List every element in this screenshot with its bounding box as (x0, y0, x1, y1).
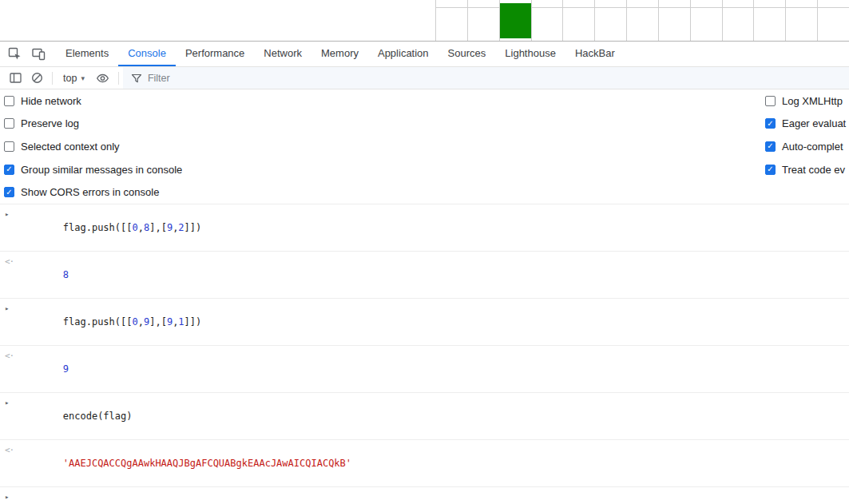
tab-label: Sources (448, 47, 486, 59)
tab-hackbar[interactable]: HackBar (565, 42, 625, 66)
tab-label: HackBar (575, 47, 615, 59)
toolbar-divider (118, 72, 119, 85)
checkbox[interactable]: ✓ (4, 165, 14, 175)
grid-cell[interactable] (722, 0, 754, 41)
console-result: <· 8 (0, 251, 849, 298)
console-message: ▸ flag.push([[0,8],[9,2]]) (0, 204, 849, 251)
code-token: , (138, 316, 144, 327)
grid-cell[interactable] (594, 0, 626, 41)
message-text: 8 (17, 255, 69, 296)
console-message: ▸ encode(flag) (0, 392, 849, 439)
expand-arrow-icon[interactable]: ▸ (5, 490, 17, 504)
return-value-icon: <· (5, 443, 17, 457)
checkbox-label: Log XMLHttp (782, 95, 843, 107)
code-token: 1 (178, 316, 184, 327)
grid-cell[interactable] (435, 0, 467, 41)
code-token: ]]) (184, 316, 202, 327)
tab-application[interactable]: Application (368, 42, 438, 66)
setting-treat-code-evaluation[interactable]: ✓ Treat code ev (765, 158, 849, 181)
checkbox[interactable]: ✓ (765, 165, 776, 175)
setting-selected-context-only[interactable]: ✓ Selected context only (4, 135, 182, 158)
grid-cell[interactable] (753, 0, 785, 41)
devtools-window: Elements Console Performance Network Mem… (0, 0, 849, 504)
tab-console[interactable]: Console (118, 42, 176, 66)
tab-elements[interactable]: Elements (56, 42, 118, 66)
setting-log-xmlhttprequests[interactable]: ✓ Log XMLHttp (765, 89, 849, 113)
return-value-icon: <· (5, 349, 17, 363)
filter-input[interactable] (148, 73, 403, 84)
grid-cell[interactable] (785, 0, 817, 41)
code-token: ],[ (149, 316, 167, 327)
green-square (500, 3, 531, 38)
setting-eager-evaluation[interactable]: ✓ Eager evaluat (765, 113, 849, 136)
tab-memory[interactable]: Memory (311, 42, 368, 66)
console-result: <· 'AAEJCQACCQgAAwkHAAQJBgAFCQUABgkEAAcJ… (0, 439, 849, 486)
checkbox[interactable]: ✓ (765, 96, 776, 106)
console-result: <· 9 (0, 345, 849, 392)
tab-performance[interactable]: Performance (176, 42, 254, 66)
code-token: 0 (133, 316, 138, 327)
checkbox[interactable]: ✓ (4, 118, 14, 129)
setting-show-cors-errors[interactable]: ✓ Show CORS errors in console (4, 181, 182, 204)
setting-group-similar[interactable]: ✓ Group similar messages in console (4, 158, 182, 181)
code-token: flag.push([[ (63, 222, 133, 233)
grid-cell[interactable] (658, 0, 690, 41)
code-token: 0 (133, 222, 138, 233)
live-expression-eye-icon[interactable] (91, 69, 114, 88)
page-preview (0, 0, 849, 42)
filter-funnel-icon (131, 73, 142, 84)
tab-label: Network (264, 47, 302, 59)
checkbox[interactable]: ✓ (765, 118, 776, 129)
expand-arrow-icon[interactable]: ▸ (5, 396, 17, 410)
tab-label: Console (128, 47, 166, 59)
tab-label: Memory (321, 47, 359, 59)
checkbox-label: Hide network (21, 95, 81, 107)
checkbox-label: Show CORS errors in console (21, 186, 159, 198)
setting-autocomplete[interactable]: ✓ Auto-complet (765, 135, 849, 158)
grid-cell[interactable] (562, 0, 594, 41)
console-toolbar: top ▾ (0, 67, 849, 89)
code-token: flag.push([[ (63, 316, 133, 327)
tab-label: Elements (65, 47, 109, 59)
console-settings: ✓ Hide network ✓ Preserve log ✓ Selected… (0, 89, 849, 204)
checkbox-label: Group similar messages in console (21, 164, 182, 176)
grid-cell[interactable] (817, 0, 849, 41)
checkbox-label: Auto-complet (782, 141, 843, 153)
grid-cell[interactable] (467, 0, 499, 41)
message-text: 'AAEJCQACCQgAAwkHAAQJBgAFCQUABgkEAAcJAwA… (17, 443, 351, 484)
tab-label: Lighthouse (505, 47, 556, 59)
checkbox[interactable]: ✓ (765, 141, 776, 152)
grid-cell[interactable] (626, 0, 658, 41)
context-selector[interactable]: top ▾ (57, 73, 91, 84)
expand-arrow-icon[interactable]: ▸ (5, 302, 17, 315)
console-sidebar-icon[interactable] (5, 69, 26, 88)
inspect-element-icon[interactable] (6, 46, 22, 62)
settings-right-column: ✓ Log XMLHttp ✓ Eager evaluat ✓ Auto-com… (765, 89, 849, 181)
tab-sources[interactable]: Sources (438, 42, 496, 66)
checkbox[interactable]: ✓ (4, 141, 14, 152)
message-text: flag.push([[0,8],[9,2]]) (17, 208, 201, 248)
checkbox[interactable]: ✓ (4, 187, 14, 197)
toolbar-divider (52, 72, 53, 85)
code-token: 2 (178, 222, 184, 233)
checkbox[interactable]: ✓ (4, 96, 14, 106)
return-value-icon: <· (5, 255, 17, 268)
setting-preserve-log[interactable]: ✓ Preserve log (4, 113, 182, 136)
checkbox-label: Treat code ev (782, 164, 845, 176)
clear-console-icon[interactable] (26, 69, 48, 88)
console-messages: ▸ flag.push([[0,8],[9,2]]) <· 8 ▸ flag.p… (0, 204, 849, 504)
tab-network[interactable]: Network (254, 42, 311, 66)
setting-hide-network[interactable]: ✓ Hide network (4, 89, 182, 113)
code-token: 'AAEJCQACCQgAAwkHAAQJBgAFCQUABgkEAAcJAwA… (63, 458, 351, 469)
message-text: 9 (17, 349, 69, 390)
code-token: 9 (63, 363, 69, 375)
game-grid (435, 0, 849, 41)
device-toolbar-icon[interactable] (30, 46, 46, 62)
grid-cell[interactable] (690, 0, 722, 41)
expand-arrow-icon[interactable]: ▸ (5, 208, 17, 221)
tab-label: Performance (185, 47, 244, 59)
grid-cell-green[interactable] (499, 0, 531, 41)
console-message: ▸ flag.push([[0,9],[9,1]]) (0, 298, 849, 345)
grid-cell[interactable] (531, 0, 563, 41)
tab-lighthouse[interactable]: Lighthouse (495, 42, 565, 66)
